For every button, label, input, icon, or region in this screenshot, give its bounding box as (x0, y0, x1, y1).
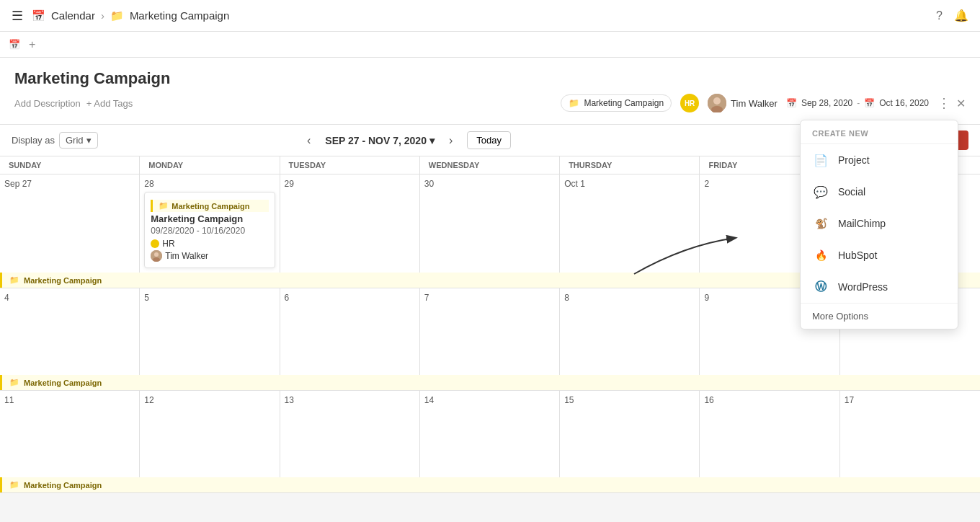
cell-5[interactable]: 5 (140, 288, 280, 375)
page-title-breadcrumb: Marketing Campaign (130, 9, 229, 22)
hr-badge[interactable]: HR (680, 94, 699, 112)
day-num: Oct 1 (564, 179, 695, 189)
hubspot-label: HubSpot (838, 249, 877, 261)
add-description-button[interactable]: Add Description (14, 98, 81, 109)
user-info: Tim Walker (708, 94, 778, 112)
calendar-tab-icon[interactable]: 📅 (9, 39, 20, 50)
calendar-icon-start: 📅 (786, 98, 797, 108)
day-num: 16 (704, 395, 834, 405)
week-3: 11 12 13 14 15 16 17 📁 Marketing Campa (0, 391, 980, 493)
notification-icon[interactable]: 🔔 (954, 9, 968, 22)
meta-actions: ⋮ ✕ (937, 95, 966, 111)
menu-icon[interactable]: ☰ (12, 8, 23, 24)
week-3-campaign-banner[interactable]: 📁 Marketing Campaign (0, 477, 980, 492)
day-num: 5 (144, 293, 275, 303)
day-num: 12 (144, 395, 275, 405)
today-button[interactable]: Today (467, 131, 511, 149)
calendar-icon-end: 📅 (864, 98, 875, 108)
week-2-campaign-banner[interactable]: 📁 Marketing Campaign (0, 375, 980, 390)
dropdown-item-hubspot[interactable]: 🔥 HubSpot (801, 239, 958, 271)
more-options-icon[interactable]: ⋮ (937, 95, 950, 111)
campaign-folder-icon: 📁 (9, 378, 19, 387)
day-num: 8 (564, 293, 695, 303)
dropdown-item-wordpress[interactable]: Ⓦ WordPress (801, 271, 958, 303)
cell-11[interactable]: 11 (0, 391, 140, 477)
date-range-label: SEP 27 - NOV 7, 2020 ▾ (325, 135, 435, 146)
meta-tags: Add Description + Add Tags (14, 98, 133, 109)
project-label: Project (838, 154, 870, 166)
event-user: Tim Walker (151, 250, 268, 262)
campaign-banner-label: Marketing Campaign (24, 276, 102, 285)
cell-29[interactable]: 29 (280, 174, 420, 273)
cell-14[interactable]: 14 (420, 391, 560, 477)
create-new-dropdown: CREATE NEW 📄 Project 💬 Social 🐒 MailChim… (800, 120, 958, 329)
date-range-chevron-icon[interactable]: ▾ (429, 135, 435, 146)
svg-point-5 (153, 257, 160, 262)
display-as-label: Display as (12, 135, 55, 146)
header-tuesday: TUESDAY (280, 156, 420, 174)
day-num: 15 (564, 395, 695, 405)
cell-8[interactable]: 8 (560, 288, 700, 375)
grid-select[interactable]: Grid ▾ (59, 132, 98, 149)
add-tab-button[interactable]: + (29, 38, 35, 51)
next-arrow-button[interactable]: › (443, 131, 458, 150)
social-icon: 💬 (812, 183, 829, 200)
cell-6[interactable]: 6 (280, 288, 420, 375)
mailchimp-icon: 🐒 (812, 215, 829, 232)
cell-13[interactable]: 13 (280, 391, 420, 477)
day-num: Sep 27 (4, 179, 135, 189)
cell-oct1[interactable]: Oct 1 (560, 174, 700, 273)
hubspot-icon: 🔥 (812, 247, 829, 264)
cell-4[interactable]: 4 (0, 288, 140, 375)
day-num: 17 (845, 395, 976, 405)
date-sep: - (857, 98, 860, 108)
day-num: 14 (424, 395, 555, 405)
add-tags-button[interactable]: + Add Tags (86, 98, 133, 109)
cell-30[interactable]: 30 (420, 174, 560, 273)
calendar-icon: 📅 (32, 9, 45, 22)
more-options-button[interactable]: More Options (801, 303, 958, 329)
social-label: Social (838, 186, 865, 198)
campaign-banner-label: Marketing Campaign (24, 379, 102, 387)
cell-28[interactable]: 28 📁 Marketing Campaign Marketing Campai… (140, 174, 280, 273)
week-3-grid: 11 12 13 14 15 16 17 (0, 391, 980, 477)
event-card[interactable]: 📁 Marketing Campaign Marketing Campaign … (144, 192, 275, 268)
dropdown-header: CREATE NEW (801, 120, 958, 144)
hr-label: HR (162, 239, 174, 249)
campaign-folder-icon: 📁 (9, 480, 19, 490)
mailchimp-label: MailChimp (838, 218, 886, 229)
folder-label: Marketing Campaign (584, 98, 664, 108)
top-nav-right: ? 🔔 (936, 9, 968, 22)
svg-point-4 (154, 252, 159, 257)
help-icon[interactable]: ? (936, 9, 943, 22)
header-thursday: THURSDAY (560, 156, 700, 174)
calendar-label[interactable]: Calendar (51, 9, 95, 22)
wordpress-icon: Ⓦ (812, 278, 829, 296)
folder-badge[interactable]: 📁 Marketing Campaign (561, 94, 672, 112)
cell-15[interactable]: 15 (560, 391, 700, 477)
header-wednesday: WEDNESDAY (420, 156, 560, 174)
event-card-campaign-tag: 📁 Marketing Campaign (151, 200, 268, 212)
day-num: 28 (144, 179, 275, 189)
event-user-avatar (151, 250, 162, 262)
cell-16[interactable]: 16 (700, 391, 839, 477)
cell-sep27[interactable]: Sep 27 (0, 174, 140, 273)
cell-7[interactable]: 7 (420, 288, 560, 375)
cell-12[interactable]: 12 (140, 391, 280, 477)
tab-bar: 📅 + (0, 32, 980, 58)
header-monday: MONDAY (140, 156, 280, 174)
dropdown-item-social[interactable]: 💬 Social (801, 176, 958, 208)
folder-icon: 📁 (110, 9, 124, 22)
close-icon[interactable]: ✕ (956, 97, 966, 110)
cell-17[interactable]: 17 (840, 391, 980, 477)
event-title: Marketing Campaign (151, 213, 268, 224)
campaign-folder-icon: 📁 (9, 275, 19, 285)
dropdown-item-mailchimp[interactable]: 🐒 MailChimp (801, 208, 958, 239)
prev-arrow-button[interactable]: ‹ (301, 131, 316, 150)
breadcrumb-sep: › (101, 9, 104, 22)
folder-icon: 📁 (569, 98, 579, 108)
meta-right: 📁 Marketing Campaign HR Tim Walker 📅 Sep… (561, 94, 966, 112)
dropdown-item-project[interactable]: 📄 Project (801, 144, 958, 176)
hr-dot (151, 239, 159, 248)
campaign-tag-label: Marketing Campaign (172, 202, 249, 211)
